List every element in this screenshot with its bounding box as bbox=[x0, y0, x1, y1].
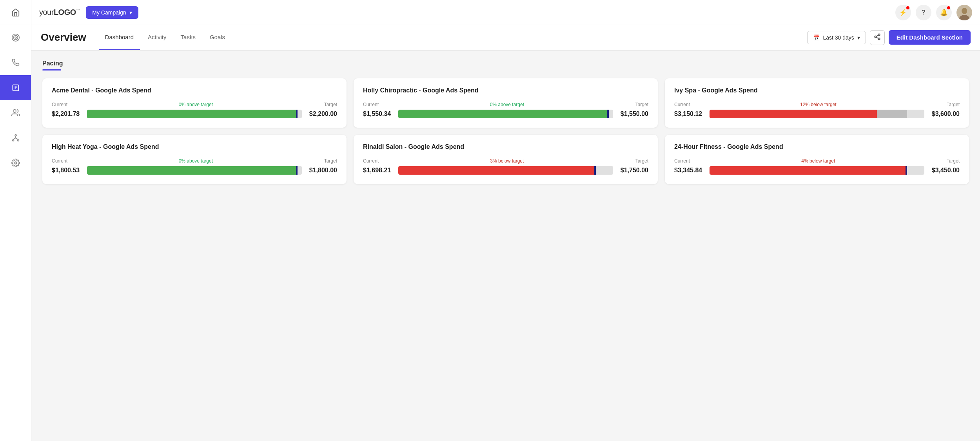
question-icon: ? bbox=[922, 9, 926, 16]
svg-line-9 bbox=[13, 138, 15, 140]
content: Pacing Acme Dental - Google Ads Spend Cu… bbox=[31, 51, 980, 193]
svg-point-16 bbox=[875, 36, 877, 38]
card-status-5: 4% below target bbox=[801, 158, 835, 164]
svg-point-5 bbox=[15, 135, 16, 136]
card-current-value-5: $3,345.84 bbox=[674, 167, 706, 174]
card-target-label-4: Target bbox=[635, 158, 648, 164]
card-target-value-4: $1,750.00 bbox=[617, 167, 648, 174]
sidebar-item-integrations[interactable] bbox=[0, 125, 31, 150]
card-current-value-4: $1,698.21 bbox=[363, 167, 394, 174]
card-target-label-1: Target bbox=[635, 102, 648, 107]
card-target-label-0: Target bbox=[324, 102, 337, 107]
svg-point-17 bbox=[878, 38, 880, 40]
card-title-3: High Heat Yoga - Google Ads Spend bbox=[52, 143, 337, 150]
card-target-value-3: $1,800.00 bbox=[306, 167, 337, 174]
topbar-right: ⚡ ? 🔔 bbox=[895, 5, 972, 20]
card-grid: Acme Dental - Google Ads Spend Current 0… bbox=[42, 78, 969, 184]
sidebar-item-home[interactable] bbox=[0, 0, 31, 25]
logo: yourLOGO™ bbox=[39, 8, 80, 17]
lightning-icon: ⚡ bbox=[899, 9, 907, 16]
card-target-value-1: $1,550.00 bbox=[617, 110, 648, 117]
card-1: Holly Chiropractic - Google Ads Spend Cu… bbox=[354, 78, 658, 128]
card-current-value-3: $1,800.53 bbox=[52, 167, 83, 174]
card-progress-bar-1 bbox=[398, 110, 613, 118]
date-filter-arrow: ▾ bbox=[857, 34, 860, 41]
card-progress-bar-5 bbox=[710, 166, 924, 175]
tab-bar-wrap: Overview Dashboard Activity Tasks Goals … bbox=[31, 25, 980, 51]
tabs: Dashboard Activity Tasks Goals bbox=[99, 25, 231, 50]
svg-line-18 bbox=[876, 37, 878, 38]
notifications-button[interactable]: 🔔 bbox=[936, 5, 952, 20]
lightning-button[interactable]: ⚡ bbox=[895, 5, 911, 20]
card-status-2: 12% below target bbox=[800, 102, 837, 107]
tab-dashboard[interactable]: Dashboard bbox=[99, 25, 140, 50]
date-filter-label: Last 30 days bbox=[823, 34, 854, 41]
svg-line-10 bbox=[16, 138, 18, 140]
bell-icon: 🔔 bbox=[940, 9, 948, 16]
card-progress-bar-2 bbox=[710, 110, 924, 118]
card-current-value-0: $2,201.78 bbox=[52, 110, 83, 117]
help-button[interactable]: ? bbox=[916, 5, 931, 20]
sidebar-item-contacts[interactable] bbox=[0, 100, 31, 125]
sidebar-item-reports[interactable] bbox=[0, 75, 31, 100]
card-current-label-0: Current bbox=[52, 102, 67, 107]
edit-dashboard-button[interactable]: Edit Dashboard Section bbox=[889, 30, 971, 45]
card-current-value-1: $1,550.34 bbox=[363, 110, 394, 117]
tab-bar-right: 📅 Last 30 days ▾ Edit Dashboard Section bbox=[807, 30, 971, 45]
sidebar-item-phone[interactable] bbox=[0, 50, 31, 75]
section-underline bbox=[42, 69, 61, 70]
sidebar bbox=[0, 0, 31, 441]
date-filter-button[interactable]: 📅 Last 30 days ▾ bbox=[807, 31, 866, 44]
main-content: yourLOGO™ My Campaign ▾ ⚡ ? 🔔 bbox=[31, 0, 980, 441]
svg-point-6 bbox=[12, 140, 14, 141]
svg-point-1 bbox=[13, 36, 18, 40]
card-current-label-3: Current bbox=[52, 158, 67, 164]
tab-goals[interactable]: Goals bbox=[203, 25, 231, 50]
card-target-value-0: $2,200.00 bbox=[306, 110, 337, 117]
campaign-button[interactable]: My Campaign ▾ bbox=[86, 6, 138, 19]
svg-point-15 bbox=[878, 34, 880, 36]
share-icon bbox=[874, 33, 881, 42]
svg-point-2 bbox=[15, 37, 16, 38]
sidebar-item-targeting[interactable] bbox=[0, 25, 31, 50]
svg-point-13 bbox=[962, 8, 967, 14]
card-progress-bar-3 bbox=[87, 166, 302, 175]
card-current-label-1: Current bbox=[363, 102, 379, 107]
sidebar-item-settings[interactable] bbox=[0, 150, 31, 175]
card-title-1: Holly Chiropractic - Google Ads Spend bbox=[363, 87, 648, 94]
card-status-3: 0% above target bbox=[179, 158, 213, 164]
card-4: Rinaldi Salon - Google Ads Spend Current… bbox=[354, 135, 658, 184]
notification-badge bbox=[947, 6, 950, 9]
svg-point-7 bbox=[17, 140, 19, 141]
page: Overview Dashboard Activity Tasks Goals … bbox=[31, 25, 980, 441]
card-current-label-5: Current bbox=[674, 158, 690, 164]
avatar[interactable] bbox=[956, 5, 972, 20]
tab-activity[interactable]: Activity bbox=[142, 25, 173, 50]
card-current-value-2: $3,150.12 bbox=[674, 110, 706, 117]
section-title: Pacing bbox=[42, 60, 969, 67]
share-button[interactable] bbox=[870, 30, 885, 45]
topbar: yourLOGO™ My Campaign ▾ ⚡ ? 🔔 bbox=[31, 0, 980, 25]
card-current-label-4: Current bbox=[363, 158, 379, 164]
card-title-4: Rinaldi Salon - Google Ads Spend bbox=[363, 143, 648, 150]
card-target-label-3: Target bbox=[324, 158, 337, 164]
logo-tm: ™ bbox=[76, 8, 80, 13]
card-status-4: 3% below target bbox=[490, 158, 524, 164]
page-title: Overview bbox=[41, 31, 86, 43]
card-title-5: 24-Hour Fitness - Google Ads Spend bbox=[674, 143, 960, 150]
tab-bar-left: Overview Dashboard Activity Tasks Goals bbox=[41, 25, 231, 50]
card-target-label-5: Target bbox=[947, 158, 960, 164]
card-5: 24-Hour Fitness - Google Ads Spend Curre… bbox=[665, 135, 969, 184]
calendar-icon: 📅 bbox=[813, 34, 820, 41]
campaign-dropdown-arrow: ▾ bbox=[129, 9, 132, 16]
card-progress-bar-0 bbox=[87, 110, 302, 118]
tab-bar: Overview Dashboard Activity Tasks Goals … bbox=[31, 25, 980, 50]
tab-tasks[interactable]: Tasks bbox=[174, 25, 202, 50]
card-status-0: 0% above target bbox=[179, 102, 213, 107]
card-title-2: Ivy Spa - Google Ads Spend bbox=[674, 87, 960, 94]
card-target-value-2: $3,600.00 bbox=[928, 110, 960, 117]
topbar-left: yourLOGO™ My Campaign ▾ bbox=[39, 6, 138, 19]
card-current-label-2: Current bbox=[674, 102, 690, 107]
card-0: Acme Dental - Google Ads Spend Current 0… bbox=[42, 78, 347, 128]
card-status-1: 0% above target bbox=[490, 102, 524, 107]
